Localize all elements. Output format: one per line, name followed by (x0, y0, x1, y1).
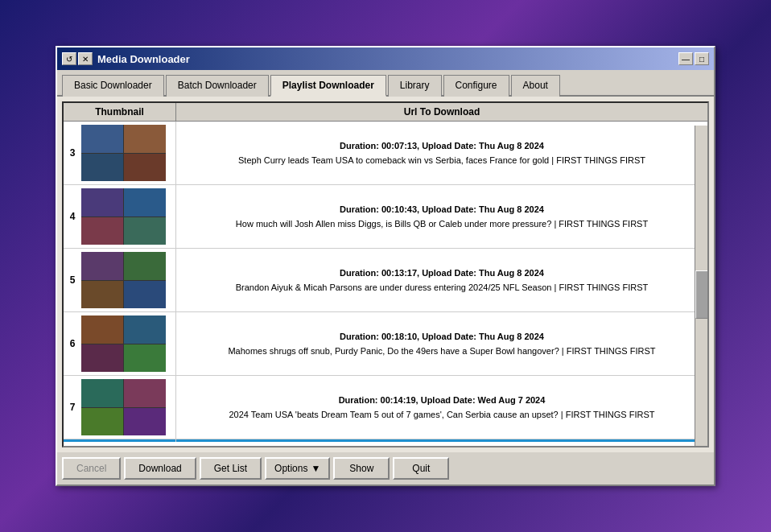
thumbnail-4 (81, 188, 166, 245)
duration-3: Duration: 00:07:13, Upload Date: Thu Aug… (183, 140, 701, 152)
row-number-7: 7 (67, 402, 78, 413)
row-number-5: 5 (67, 274, 78, 286)
title-bar-left: ↺ ✕ Media Downloader (62, 52, 190, 65)
table-row[interactable]: 7 Duration: 00:14:19, Upload Date: Wed A… (64, 376, 707, 439)
table-header: Thumbnail Url To Download (64, 103, 707, 122)
tab-configure[interactable]: Configure (443, 75, 509, 97)
table-body[interactable]: 3 Duration: 00:07:13, Upload Date: Thu A… (64, 122, 707, 442)
thumbnail-7 (81, 379, 166, 435)
scrollbar-track (695, 126, 707, 446)
right-window-buttons: — □ (678, 52, 709, 65)
col-url-header: Url To Download (176, 103, 707, 121)
tab-library[interactable]: Library (388, 75, 442, 97)
thumbnail-5 (81, 252, 166, 308)
tab-batch-downloader[interactable]: Batch Downloader (166, 75, 269, 97)
row-info-5: Duration: 00:13:17, Upload Date: Thu Aug… (176, 264, 707, 296)
title-6: Mahomes shrugs off snub, Purdy Panic, Do… (183, 345, 701, 357)
row-info-4: Duration: 00:10:43, Upload Date: Thu Aug… (176, 200, 707, 233)
minimize-button[interactable]: — (678, 52, 693, 65)
content-area: Thumbnail Url To Download 3 (57, 97, 714, 452)
tab-about[interactable]: About (511, 75, 560, 97)
bottom-bar: Cancel Download Get List Options ▼ Show … (57, 452, 714, 485)
title-4: How much will Josh Allen miss Diggs, is … (183, 218, 701, 229)
tab-bar: Basic Downloader Batch Downloader Playli… (57, 70, 714, 97)
title-3: Steph Curry leads Team USA to comeback w… (183, 155, 701, 166)
tab-basic-downloader[interactable]: Basic Downloader (62, 75, 164, 97)
duration-7: Duration: 00:14:19, Upload Date: Wed Aug… (183, 394, 701, 406)
refresh-button[interactable]: ↺ (62, 52, 76, 65)
duration-6: Duration: 00:18:10, Upload Date: Thu Aug… (183, 331, 701, 343)
table-row[interactable]: 4 Duration: 00:10:43, Upload Date: Thu A… (64, 185, 707, 249)
thumbnail-3 (81, 125, 166, 181)
row-info-7: Duration: 00:14:19, Upload Date: Wed Aug… (176, 391, 707, 423)
thumbnail-cell: 8 (64, 439, 176, 442)
close-title-button[interactable]: ✕ (78, 52, 93, 65)
col-thumbnail-header: Thumbnail (64, 103, 176, 121)
cancel-button[interactable]: Cancel (62, 457, 121, 480)
duration-5: Duration: 00:13:17, Upload Date: Thu Aug… (183, 267, 701, 279)
title-7: 2024 Team USA 'beats Dream Team 5 out of… (183, 409, 701, 420)
row-number-3: 3 (67, 147, 78, 159)
maximize-button[interactable]: □ (695, 52, 709, 65)
title-bar: ↺ ✕ Media Downloader — □ (57, 47, 714, 70)
row-info-6: Duration: 00:18:10, Upload Date: Thu Aug… (176, 328, 707, 360)
table-row[interactable]: 3 Duration: 00:07:13, Upload Date: Thu A… (64, 122, 707, 185)
show-button[interactable]: Show (333, 457, 390, 480)
get-list-button[interactable]: Get List (200, 457, 262, 480)
duration-4: Duration: 00:10:43, Upload Date: Thu Aug… (183, 204, 701, 216)
row-number-6: 6 (67, 338, 78, 349)
download-button[interactable]: Download (124, 457, 196, 480)
thumbnail-6 (81, 315, 166, 372)
quit-button[interactable]: Quit (393, 457, 449, 480)
title-5: Brandon Aiyuk & Micah Parsons are under … (183, 282, 701, 293)
thumbnail-cell: 5 (64, 249, 176, 311)
options-chevron-icon: ▼ (311, 463, 320, 474)
thumbnail-cell: 4 (64, 185, 176, 248)
options-button[interactable]: Options ▼ (265, 457, 330, 480)
options-label: Options (274, 463, 307, 474)
scrollbar-thumb[interactable] (695, 270, 708, 319)
table-row[interactable]: 8 Duration: 01:29:00, Upload Date: Wed A… (64, 439, 707, 442)
left-buttons: ↺ ✕ (62, 52, 93, 65)
main-window: ↺ ✕ Media Downloader — □ Basic Downloade… (56, 46, 715, 486)
row-number-4: 4 (67, 211, 78, 222)
table-row[interactable]: 6 Duration: 00:18:10, Upload Date: Thu A… (64, 312, 707, 376)
table-row[interactable]: 5 Duration: 00:13:17, Upload Date: Thu A… (64, 249, 707, 312)
tab-playlist-downloader[interactable]: Playlist Downloader (270, 75, 386, 97)
thumbnail-cell: 6 (64, 312, 176, 375)
row-info-3: Duration: 00:07:13, Upload Date: Thu Aug… (176, 137, 707, 169)
window-title: Media Downloader (97, 53, 190, 65)
thumbnail-cell: 3 (64, 122, 176, 184)
thumbnail-cell: 7 (64, 376, 176, 439)
playlist-table: Thumbnail Url To Download 3 (62, 101, 709, 447)
